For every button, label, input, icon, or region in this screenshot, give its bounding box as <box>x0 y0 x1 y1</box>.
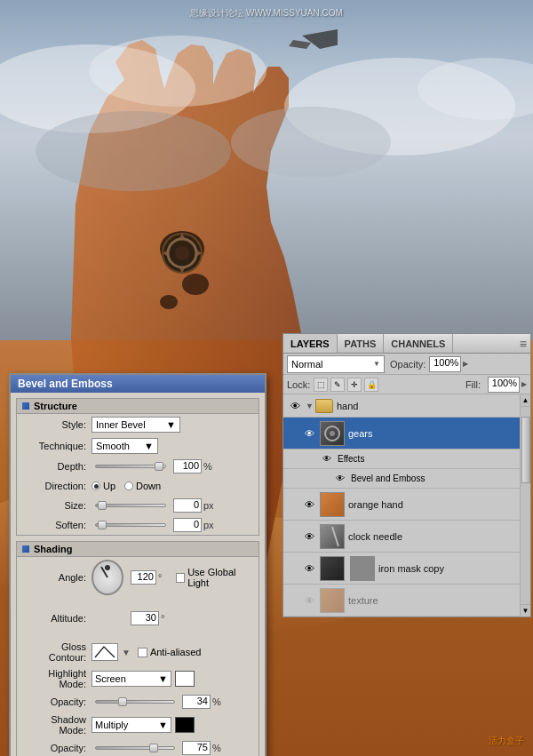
highlight-mode-label: Highlight Mode: <box>24 668 86 689</box>
lock-all-button[interactable]: 🔒 <box>364 378 378 392</box>
group-expand-icon[interactable]: ▼ <box>306 402 314 410</box>
layer-row[interactable]: 👁 clock needle fx <box>283 521 530 553</box>
layer-row[interactable]: 👁 orange hand <box>283 489 530 521</box>
eye-icon-hand[interactable]: 👁 <box>287 398 303 414</box>
opacity-input[interactable]: 100% <box>429 356 461 372</box>
highlight-opacity-slider[interactable] <box>95 700 175 704</box>
depth-slider-thumb[interactable] <box>155 462 163 471</box>
scroll-up-button[interactable]: ▲ <box>521 394 530 407</box>
effects-label: Effects <box>338 454 364 464</box>
eye-icon-orange-hand[interactable]: 👁 <box>301 497 317 513</box>
technique-row: Technique: Smooth ▼ <box>17 435 259 457</box>
direction-up-radio[interactable] <box>91 481 100 490</box>
scroll-down-button[interactable]: ▼ <box>521 604 530 617</box>
eye-icon-effects[interactable]: 👁 <box>319 451 335 467</box>
altitude-label: Altitude: <box>24 613 86 624</box>
contour-preview[interactable] <box>91 643 118 661</box>
fill-arrow[interactable]: ▶ <box>521 380 527 388</box>
size-slider-thumb[interactable] <box>98 501 107 510</box>
tab-channels[interactable]: CHANNELS <box>384 334 453 353</box>
soften-slider-thumb[interactable] <box>98 521 107 529</box>
layer-row[interactable]: 👁 gears fx <box>283 418 530 450</box>
shadow-opacity-row: Opacity: 75 % <box>17 738 259 756</box>
use-global-light-checkbox[interactable]: Use Global Light <box>176 567 251 588</box>
technique-select[interactable]: Smooth ▼ <box>91 438 158 454</box>
shadow-mode-value: Multiply <box>95 720 128 730</box>
highlight-opacity-thumb[interactable] <box>118 697 127 706</box>
altitude-input[interactable]: 30 <box>131 611 159 625</box>
highlight-opacity-input[interactable]: 34 <box>182 695 211 709</box>
watermark-bottom: 活力盒子 <box>489 735 524 747</box>
angle-dot <box>105 565 110 570</box>
lock-transparent-button[interactable]: ⬚ <box>314 378 328 392</box>
eye-icon-iron-mask[interactable]: 👁 <box>301 561 317 577</box>
anti-aliased-checkbox[interactable]: Anti-aliased <box>138 647 201 657</box>
layer-thumb-orange-hand <box>320 492 345 517</box>
depth-input[interactable]: 100 <box>173 459 202 473</box>
gloss-contour-row: Gloss Contour: ▼ Anti-aliased <box>17 639 259 665</box>
layer-row[interactable]: 👁 ▼ hand <box>283 394 530 418</box>
svg-point-13 <box>330 431 335 436</box>
shadow-color-swatch[interactable] <box>175 717 195 733</box>
angle-control[interactable] <box>91 560 123 595</box>
shadow-opacity-thumb[interactable] <box>149 744 158 752</box>
style-arrow: ▼ <box>166 419 176 430</box>
effects-row[interactable]: 👁 Effects <box>283 450 530 469</box>
bevel-effect-row[interactable]: 👁 Bevel and Emboss <box>283 469 530 489</box>
bevel-emboss-panel: Bevel and Emboss Structure Style: Inner … <box>9 373 266 756</box>
size-slider[interactable] <box>95 504 166 507</box>
contour-dropdown-arrow[interactable]: ▼ <box>122 648 131 657</box>
altitude-row: Altitude: 30 ° <box>17 598 259 639</box>
layer-thumb-clock-needle <box>320 524 345 549</box>
use-global-light-label: Use Global Light <box>187 567 251 588</box>
lock-position-button[interactable]: ✛ <box>347 378 362 392</box>
lock-image-button[interactable]: ✎ <box>330 378 345 392</box>
highlight-mode-arrow: ▼ <box>158 673 168 684</box>
opacity-arrow[interactable]: ▶ <box>463 360 468 368</box>
eye-icon-bevel[interactable]: 👁 <box>332 471 348 487</box>
soften-input[interactable]: 0 <box>173 518 202 532</box>
eye-icon-clock-needle[interactable]: 👁 <box>301 529 317 545</box>
fill-input[interactable]: 100% <box>488 377 520 393</box>
shadow-mode-select[interactable]: Multiply ▼ <box>91 717 171 733</box>
eye-icon-gears[interactable]: 👁 <box>301 426 317 442</box>
soften-slider[interactable] <box>95 523 166 527</box>
depth-row: Depth: 100 % <box>17 457 259 476</box>
direction-down-radio[interactable] <box>124 481 133 490</box>
blend-mode-arrow: ▼ <box>373 360 380 368</box>
style-select[interactable]: Inner Bevel ▼ <box>91 417 180 433</box>
size-input[interactable]: 0 <box>173 498 202 513</box>
direction-up-option[interactable]: Up <box>91 481 115 491</box>
blend-mode-select[interactable]: Normal ▼ <box>287 355 385 373</box>
layer-row[interactable]: 👁 texture <box>283 585 530 617</box>
layers-scrollbar[interactable]: ▲ ▼ <box>520 394 530 617</box>
tab-paths[interactable]: PATHS <box>338 334 385 353</box>
tab-layers[interactable]: LAYERS <box>283 334 338 353</box>
direction-down-option[interactable]: Down <box>124 481 161 491</box>
anti-aliased-box[interactable] <box>138 648 147 657</box>
angle-input[interactable]: 120 <box>131 570 156 585</box>
fill-label: Fill: <box>465 379 481 390</box>
eye-icon-texture[interactable]: 👁 <box>301 593 317 609</box>
highlight-mode-row: Highlight Mode: Screen ▼ <box>17 665 259 692</box>
scroll-thumb[interactable] <box>521 417 530 483</box>
lock-label: Lock: <box>287 379 310 390</box>
layer-name-hand: hand <box>337 401 527 411</box>
layer-row[interactable]: 👁 iron mask copy fx <box>283 553 530 585</box>
anti-aliased-label: Anti-aliased <box>150 647 201 657</box>
use-global-light-box[interactable] <box>176 573 185 583</box>
highlight-mode-select[interactable]: Screen ▼ <box>91 671 171 687</box>
layer-thumb-iron-mask-1 <box>320 556 345 581</box>
highlight-color-swatch[interactable] <box>175 671 195 687</box>
svg-point-11 <box>36 111 231 191</box>
style-label: Style: <box>24 419 86 430</box>
shadow-opacity-input[interactable]: 75 <box>182 741 211 755</box>
depth-slider[interactable] <box>95 465 166 468</box>
shadow-opacity-label: Opacity: <box>24 743 86 753</box>
direction-row: Direction: Up Down <box>17 476 259 496</box>
direction-down-label: Down <box>136 481 161 491</box>
shadow-mode-label: Shadow Mode: <box>24 714 86 736</box>
depth-unit: % <box>203 461 218 472</box>
panel-menu-button[interactable]: ≡ <box>520 337 527 351</box>
shadow-opacity-slider[interactable] <box>95 746 175 750</box>
